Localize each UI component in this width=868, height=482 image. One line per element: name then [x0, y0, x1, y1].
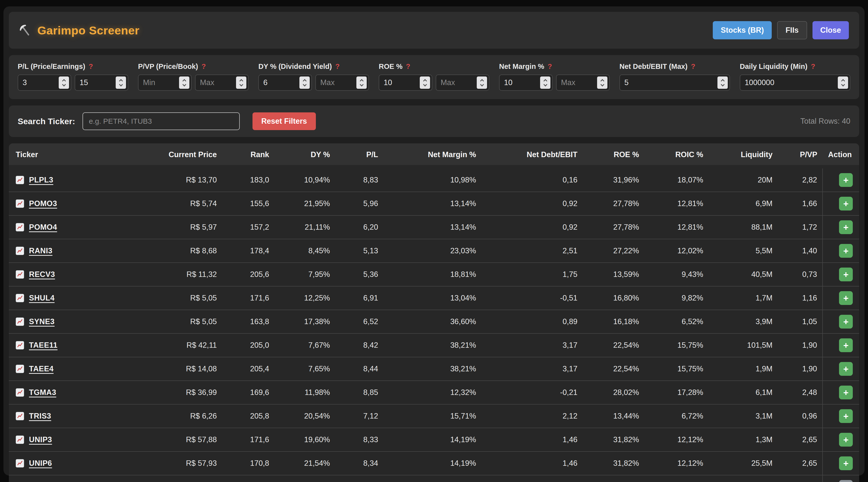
roe-cell: 16,18% — [583, 310, 645, 334]
action-button[interactable]: + — [839, 197, 853, 210]
col-header-price[interactable]: Current Price — [139, 143, 222, 167]
number-stepper[interactable] — [179, 77, 189, 89]
col-header-rank[interactable]: Rank — [222, 143, 275, 167]
table-row: TRIS3 R$ 6,26 205,8 20,54% 7,12 15,71% 2… — [9, 404, 859, 428]
ticker-link[interactable]: RECV3 — [29, 270, 55, 279]
action-button[interactable]: + — [839, 173, 853, 187]
number-stepper[interactable] — [116, 77, 126, 89]
help-icon[interactable]: ? — [406, 62, 410, 70]
chart-icon[interactable] — [16, 388, 24, 397]
col-header-ticker[interactable]: Ticker — [9, 143, 139, 167]
current-price-cell: R$ 57,93 — [139, 452, 222, 475]
chart-icon[interactable] — [16, 223, 24, 231]
action-button[interactable]: + — [839, 315, 853, 329]
number-stepper[interactable] — [420, 77, 430, 89]
pl-cell: 6,20 — [335, 216, 383, 239]
chart-icon[interactable] — [16, 435, 24, 444]
number-stepper[interactable] — [540, 77, 551, 89]
close-button[interactable]: Close — [812, 21, 849, 39]
col-header-roic[interactable]: ROIC % — [645, 143, 709, 167]
action-button[interactable]: + — [839, 338, 853, 352]
col-header-pl[interactable]: P/L — [335, 143, 383, 167]
ticker-link[interactable]: POMO3 — [29, 199, 57, 208]
ticker-link[interactable]: TGMA3 — [29, 388, 56, 397]
table-row: PLPL3 R$ 13,70 183,0 10,94% 8,83 10,98% … — [9, 167, 859, 192]
number-stepper[interactable] — [300, 77, 310, 89]
net-margin-cell: 18,81% — [383, 263, 482, 286]
number-stepper[interactable] — [838, 77, 848, 89]
net-debt-cell: 3,17 — [482, 357, 583, 381]
roic-cell: 17,28% — [645, 381, 709, 404]
action-button[interactable]: + — [839, 456, 853, 470]
col-header-dy[interactable]: DY % — [275, 143, 336, 167]
action-button[interactable]: + — [839, 267, 853, 281]
chart-icon[interactable] — [16, 247, 24, 255]
ticker-link[interactable]: TRIS3 — [29, 412, 51, 421]
roic-cell: 15,75% — [645, 334, 709, 357]
number-stepper[interactable] — [717, 77, 728, 89]
help-icon[interactable]: ? — [691, 62, 695, 70]
chart-icon[interactable] — [16, 294, 24, 302]
action-button[interactable]: + — [839, 291, 853, 305]
ticker-link[interactable]: UNIP3 — [29, 435, 52, 444]
col-header-roe[interactable]: ROE % — [583, 143, 645, 167]
liquidity-cell: 5,5M — [709, 239, 778, 263]
ticker-link[interactable]: SYNE3 — [29, 317, 55, 326]
stocks-br-button[interactable]: Stocks (BR) — [713, 21, 772, 39]
chart-icon[interactable] — [16, 341, 24, 349]
number-stepper[interactable] — [59, 77, 69, 89]
roe-cell: 31,82% — [583, 428, 645, 452]
daily-liquidity-input[interactable] — [740, 75, 850, 91]
chart-icon[interactable] — [16, 412, 24, 420]
col-header-pvp[interactable]: P/VP — [778, 143, 823, 167]
number-stepper[interactable] — [597, 77, 608, 89]
action-button[interactable]: + — [839, 220, 853, 234]
action-button[interactable]: + — [839, 362, 853, 376]
net-debt-ebit-input[interactable] — [619, 75, 730, 91]
ticker-link[interactable]: RANI3 — [29, 247, 53, 255]
fiis-button[interactable]: FIIs — [777, 21, 807, 39]
reset-filters-button[interactable]: Reset Filters — [252, 112, 316, 130]
help-icon[interactable]: ? — [548, 62, 552, 70]
col-header-action: Action — [823, 143, 859, 167]
roe-cell: 28,02% — [583, 381, 645, 404]
chart-icon[interactable] — [16, 176, 24, 184]
chart-icon[interactable] — [16, 270, 24, 279]
pvp-cell: 2,82 — [778, 167, 823, 192]
search-ticker-input[interactable] — [83, 112, 240, 130]
chart-icon[interactable] — [16, 317, 24, 326]
net-margin-cell: 13,14% — [383, 192, 482, 216]
help-icon[interactable]: ? — [811, 62, 815, 70]
ticker-link[interactable]: TAEE11 — [29, 341, 58, 350]
chart-icon[interactable] — [16, 459, 24, 467]
help-icon[interactable]: ? — [335, 62, 340, 70]
ticker-link[interactable]: PLPL3 — [29, 176, 53, 185]
ticker-link[interactable]: UNIP6 — [29, 459, 52, 468]
col-header-debt[interactable]: Net Debt/EBIT — [482, 143, 583, 167]
chart-icon[interactable] — [16, 199, 24, 208]
number-stepper[interactable] — [477, 77, 487, 89]
action-button[interactable]: + — [839, 386, 853, 399]
ticker-link[interactable]: TAEE4 — [29, 364, 54, 373]
pl-cell: 5,96 — [335, 192, 383, 216]
help-icon[interactable]: ? — [89, 62, 93, 70]
rank-cell: 205,4 — [222, 357, 275, 381]
col-header-liquidity[interactable]: Liquidity — [709, 143, 778, 167]
rank-cell: 178,4 — [222, 239, 275, 263]
pvp-cell: 1,16 — [778, 286, 823, 310]
number-stepper[interactable] — [356, 77, 367, 89]
col-header-margin[interactable]: Net Margin % — [383, 143, 482, 167]
ticker-link[interactable]: SHUL4 — [29, 294, 55, 303]
action-added-button[interactable]: ✔ — [839, 480, 853, 482]
filter-group-liquidity: Daily Liquidity (Min)? — [740, 62, 850, 91]
ticker-link[interactable]: POMO4 — [29, 223, 57, 232]
dy-cell: 21,54% — [275, 452, 336, 475]
chart-icon[interactable] — [16, 365, 24, 373]
action-button[interactable]: + — [839, 433, 853, 447]
number-stepper[interactable] — [236, 77, 246, 89]
action-button[interactable]: + — [839, 409, 853, 423]
net-debt-cell: 0,16 — [482, 167, 583, 192]
help-icon[interactable]: ? — [202, 62, 206, 70]
action-button[interactable]: + — [839, 244, 853, 258]
pvp-cell: 1,50 — [778, 475, 823, 482]
